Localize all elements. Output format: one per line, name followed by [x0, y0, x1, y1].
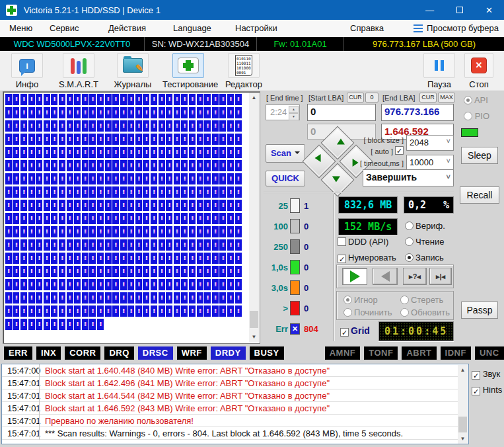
logs-button[interactable]: Журналы	[107, 53, 159, 89]
log-entry[interactable]: 15:47:00Block start at 1.640.448 (840 MB…	[2, 364, 458, 377]
timeout-select[interactable]: 10000˅	[406, 155, 454, 171]
block-cell[interactable]: !	[166, 305, 172, 317]
block-cell[interactable]: !	[112, 305, 119, 317]
block-cell[interactable]: !	[89, 94, 96, 105]
block-cell[interactable]: !	[82, 266, 89, 277]
after-scan-action-select[interactable]: Завершить˅	[363, 169, 454, 186]
block-cell[interactable]: !	[44, 305, 50, 317]
block-cell[interactable]: !	[36, 319, 42, 330]
block-cell[interactable]: !	[135, 213, 142, 224]
block-cell[interactable]: !	[36, 226, 42, 237]
block-cell[interactable]: !	[36, 186, 42, 198]
block-cell[interactable]: !	[135, 253, 142, 264]
block-cell[interactable]: !	[44, 160, 50, 171]
start-lba-cur-button[interactable]: CUR	[347, 93, 364, 102]
block-cell[interactable]: !	[212, 266, 219, 277]
block-cell[interactable]: !	[189, 147, 196, 158]
block-cell[interactable]: !	[120, 160, 127, 171]
block-cell[interactable]: !	[181, 186, 188, 198]
block-cell[interactable]: !	[204, 213, 211, 224]
block-cell[interactable]: !	[51, 319, 57, 330]
block-cell[interactable]: !	[13, 173, 19, 184]
block-cell[interactable]: !	[105, 94, 112, 105]
block-cell[interactable]: !	[74, 94, 81, 105]
block-cell[interactable]: !	[235, 134, 242, 145]
block-cell[interactable]: !	[159, 94, 165, 105]
block-cell[interactable]: !	[89, 305, 96, 317]
block-cell[interactable]: !	[51, 120, 57, 132]
block-cell[interactable]: !	[159, 186, 165, 198]
block-cell[interactable]: !	[212, 107, 219, 118]
block-cell[interactable]: !	[5, 134, 12, 145]
block-cell[interactable]: !	[212, 173, 219, 184]
block-cell[interactable]: !	[227, 266, 234, 277]
block-cell[interactable]: !	[82, 200, 89, 211]
block-cell[interactable]: !	[166, 226, 172, 237]
block-cell[interactable]: !	[189, 186, 196, 198]
block-cell[interactable]: !	[82, 239, 89, 251]
block-cell[interactable]: !	[212, 253, 219, 264]
block-cell[interactable]: !	[20, 120, 27, 132]
block-cell[interactable]: !	[74, 319, 81, 330]
block-cell[interactable]: !	[13, 292, 19, 304]
block-cell[interactable]: !	[20, 253, 27, 264]
block-cell[interactable]: !	[135, 94, 142, 105]
block-cell[interactable]: !	[189, 134, 196, 145]
block-cell[interactable]: !	[219, 279, 226, 290]
menu-item-settings[interactable]: Настройки	[235, 23, 277, 33]
block-cell[interactable]: !	[227, 94, 234, 105]
block-cell[interactable]: !	[112, 120, 119, 132]
block-cell[interactable]: !	[89, 279, 96, 290]
block-cell[interactable]: !	[36, 134, 42, 145]
block-cell[interactable]: !	[143, 253, 149, 264]
block-cell[interactable]: !	[105, 292, 112, 304]
block-cell[interactable]: !	[67, 200, 73, 211]
block-cell[interactable]: !	[51, 147, 57, 158]
menu-item-actions[interactable]: Действия	[108, 23, 146, 33]
block-cell[interactable]: !	[219, 160, 226, 171]
block-cell[interactable]: !	[197, 186, 203, 198]
block-cell[interactable]: !	[197, 160, 203, 171]
block-cell[interactable]: !	[159, 305, 165, 317]
block-cell[interactable]: !	[204, 147, 211, 158]
block-cell[interactable]: !	[51, 173, 57, 184]
block-cell[interactable]: !	[13, 226, 19, 237]
block-cell[interactable]: !	[82, 319, 89, 330]
block-cell[interactable]: !	[59, 226, 65, 237]
block-cell[interactable]: !	[143, 200, 149, 211]
block-cell[interactable]: !	[112, 292, 119, 304]
block-cell[interactable]: !	[44, 213, 50, 224]
block-cell[interactable]: !	[197, 147, 203, 158]
block-cell[interactable]: !	[20, 239, 27, 251]
block-cell[interactable]: !	[159, 120, 165, 132]
block-cell[interactable]: !	[197, 266, 203, 277]
block-cell[interactable]: !	[13, 266, 19, 277]
block-cell[interactable]: !	[13, 319, 19, 330]
block-cell[interactable]: !	[74, 253, 81, 264]
block-cell[interactable]: !	[235, 120, 242, 132]
block-cell[interactable]: !	[20, 134, 27, 145]
block-cell[interactable]: !	[97, 239, 104, 251]
block-cell[interactable]: !	[135, 305, 142, 317]
block-cell[interactable]: !	[97, 305, 104, 317]
block-cell[interactable]: !	[197, 226, 203, 237]
block-cell[interactable]: !	[74, 226, 81, 237]
block-cell[interactable]: !	[181, 213, 188, 224]
close-button[interactable]: ✕	[474, 0, 504, 20]
block-cell[interactable]: !	[28, 134, 35, 145]
block-cell[interactable]: !	[189, 200, 196, 211]
block-cell[interactable]: !	[36, 120, 42, 132]
block-cell[interactable]: !	[59, 134, 65, 145]
block-cell[interactable]: !	[219, 186, 226, 198]
block-cell[interactable]: !	[212, 186, 219, 198]
block-cell[interactable]: !	[235, 200, 242, 211]
block-cell[interactable]: !	[74, 120, 81, 132]
block-cell[interactable]: !	[212, 120, 219, 132]
block-cell[interactable]: !	[197, 213, 203, 224]
block-cell[interactable]: !	[197, 292, 203, 304]
block-cell[interactable]: !	[5, 94, 12, 105]
block-cell[interactable]: !	[82, 160, 89, 171]
block-cell[interactable]: !	[51, 226, 57, 237]
block-cell[interactable]: !	[112, 147, 119, 158]
block-cell[interactable]: !	[13, 305, 19, 317]
